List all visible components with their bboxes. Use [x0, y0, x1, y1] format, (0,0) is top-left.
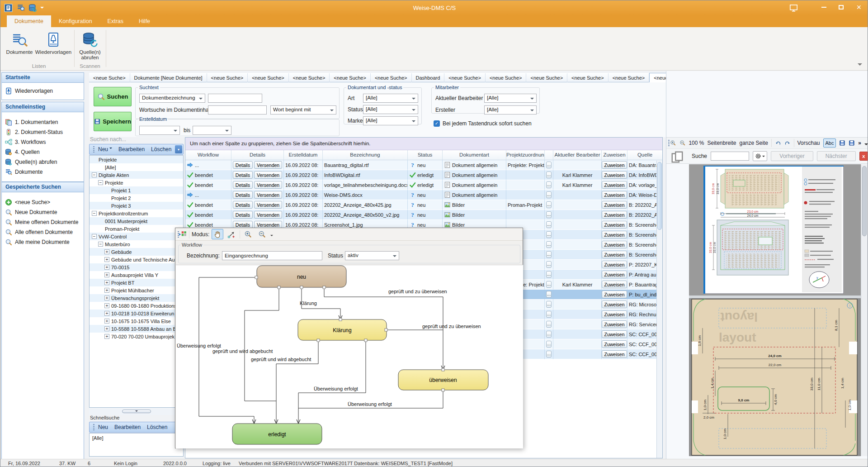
zoom-out-button[interactable] — [256, 229, 268, 239]
zuweisen-button[interactable]: Zuweisen — [602, 300, 627, 308]
marker-select[interactable]: [Alle] — [363, 116, 418, 125]
more-button[interactable]: … — [546, 271, 552, 278]
save-icon[interactable] — [839, 139, 845, 147]
more-button[interactable]: … — [546, 261, 552, 268]
search-tab[interactable]: <neue Suche> — [89, 73, 130, 82]
column-header-aktueller-bearbeiter[interactable]: Aktueller Bearbeiter — [553, 150, 602, 160]
table-row[interactable]: beendet DetailsVersenden 16.09.2022 08: … — [185, 170, 662, 180]
sidebar-item[interactable]: Wiedervorlagen — [2, 86, 84, 96]
zuweisen-button[interactable]: Zuweisen — [602, 221, 627, 229]
more-button[interactable]: … — [546, 231, 552, 238]
details-button[interactable]: Details — [233, 161, 253, 169]
zuweisen-button[interactable]: Zuweisen — [602, 281, 627, 288]
column-header-zuweisen[interactable]: Zuweisen — [602, 150, 627, 160]
zuweisen-button[interactable]: Zuweisen — [602, 251, 627, 258]
search-tab[interactable]: <neue Suche> — [486, 73, 527, 82]
ribbon-tab[interactable]: Dokumente — [7, 15, 51, 27]
undo-icon[interactable] — [775, 139, 781, 147]
ribbon-tab[interactable]: Konfiguration — [51, 15, 100, 27]
grid-scrollbar-thumb[interactable] — [657, 162, 662, 230]
sidebar-item[interactable]: 4. Quellen — [2, 147, 84, 157]
tree-expander-icon[interactable] — [104, 249, 109, 254]
bearbeiten-button[interactable]: Bearbeiten — [114, 424, 141, 430]
details-button[interactable]: Details — [233, 181, 253, 189]
tree-expander-icon[interactable] — [104, 295, 109, 300]
toolbar-grip[interactable] — [93, 424, 94, 430]
zuweisen-button[interactable]: Zuweisen — [602, 211, 627, 219]
zoom-level-button[interactable]: 100 % — [689, 140, 704, 146]
zuweisen-button[interactable]: Zuweisen — [602, 320, 627, 328]
zuweisen-button[interactable]: Zuweisen — [602, 171, 627, 179]
tree-item[interactable]: Digitale Akten — [90, 171, 183, 179]
table-row[interactable]: ... DetailsVersenden 16.09.2022 08: Weis… — [185, 190, 662, 200]
zuweisen-button[interactable]: Zuweisen — [602, 291, 627, 298]
column-header-details[interactable]: Details — [231, 150, 284, 160]
tree-splitter[interactable] — [89, 408, 184, 415]
column-header-projektzuordnung[interactable]: Projektzuordnung — [506, 150, 545, 160]
more-button[interactable]: … — [546, 191, 552, 198]
redo-icon[interactable] — [784, 139, 791, 147]
tree-item[interactable]: 10-1675 10-1675 Villa Else — [90, 317, 183, 325]
status-select[interactable]: [Alle] — [363, 105, 418, 114]
tree-item[interactable]: 70-020 70-020 Umbauprojek — [90, 333, 183, 340]
toolbar-grip[interactable] — [668, 140, 670, 146]
versenden-button[interactable]: Versenden — [254, 201, 282, 209]
search-tab[interactable]: <neue Suche> — [526, 73, 567, 82]
tree-item[interactable]: 0001 Musterprojekt — [90, 217, 183, 225]
more-button[interactable]: … — [546, 211, 552, 218]
table-row[interactable]: beendet DetailsVersenden 16.09.2022 08: … — [185, 180, 662, 190]
close-button[interactable]: × — [850, 0, 868, 14]
tree-expander-icon[interactable] — [92, 234, 97, 239]
sidebar-saved-search-item[interactable]: Alle offenen Dokumente — [2, 227, 84, 237]
whole-page-button[interactable]: ganze Seite — [740, 140, 768, 146]
sidebar-saved-search-item[interactable]: Meine offenen Dokumente — [2, 217, 84, 227]
tree-expander-icon[interactable] — [92, 211, 97, 216]
tree-expander-icon[interactable] — [104, 311, 109, 316]
tree-item[interactable]: Überwachungsprojekt — [90, 294, 183, 302]
search-tab[interactable]: <neue Suche> — [207, 73, 248, 82]
sidebar-item[interactable]: 2. Dokument-Status — [2, 127, 84, 137]
more-button[interactable]: … — [546, 162, 552, 168]
tree-item[interactable]: Projekte — [90, 179, 183, 186]
tree-item[interactable]: Proman-Projekt — [90, 225, 183, 233]
ribbon-tab[interactable]: Extras — [100, 15, 131, 27]
more-button[interactable]: … — [546, 181, 552, 188]
tree-item[interactable]: Projekt BT — [90, 279, 183, 286]
suchen-button[interactable]: Suchen — [94, 87, 132, 106]
more-button[interactable]: … — [546, 251, 552, 258]
search-tab[interactable]: <neue Suche> — [330, 73, 371, 82]
versenden-button[interactable]: Versenden — [254, 211, 282, 219]
zuweisen-button[interactable]: Zuweisen — [602, 191, 627, 199]
tree-expander-icon[interactable] — [104, 272, 109, 277]
search-tab[interactable]: <neue Suche> — [567, 73, 609, 82]
versenden-button[interactable]: Versenden — [254, 171, 282, 179]
wortsuche-input[interactable] — [208, 105, 267, 114]
versenden-button[interactable]: Versenden — [254, 181, 282, 189]
table-row[interactable]: beendet DetailsVersenden 16.09.2022 08: … — [185, 200, 662, 210]
neu-button[interactable]: Neu — [98, 146, 112, 152]
toolbar-overflow-button[interactable]: ▾ — [175, 145, 182, 153]
neu-button[interactable]: Neu — [98, 424, 108, 430]
close-search-button[interactable]: x — [859, 152, 868, 161]
table-row[interactable]: ... DetailsVersenden 16.09.2022 08: Baua… — [185, 160, 662, 170]
sofort-suchen-checkbox[interactable]: ✓ — [434, 120, 440, 127]
sidebar-header-schnelleinstieg[interactable]: Schnelleinstieg — [1, 102, 84, 112]
column-header-workflow[interactable]: Workflow — [185, 150, 231, 160]
tree-item[interactable]: Projekt 1 — [90, 186, 183, 194]
zuweisen-button[interactable]: Zuweisen — [602, 201, 627, 209]
suchfeld-select[interactable]: Dokumentbezeichnung — [139, 94, 205, 103]
sidebar-header-gespeicherte-suchen[interactable]: Gespeicherte Suchen — [1, 182, 84, 192]
hand-tool-button[interactable] — [212, 229, 223, 239]
workflow-node-neu[interactable]: neu — [257, 266, 346, 287]
zuweisen-button[interactable]: Zuweisen — [602, 181, 627, 189]
sidebar-item[interactable]: 3. Workflows — [2, 137, 84, 147]
toolbar-overflow-icon[interactable] — [270, 235, 273, 238]
sidebar-header-startseite[interactable]: Startseite — [1, 72, 84, 83]
more-button[interactable]: … — [546, 301, 552, 308]
art-select[interactable]: [Alle] — [363, 94, 418, 103]
versenden-button[interactable]: Versenden — [254, 191, 282, 199]
workflow-node-klaerung[interactable]: Klärung — [298, 319, 387, 340]
tree-expander-icon[interactable] — [98, 180, 103, 185]
zoom-in-icon[interactable] — [670, 139, 676, 147]
tree-item[interactable]: 10-5588 10-5588 Anbau an B — [90, 325, 183, 333]
